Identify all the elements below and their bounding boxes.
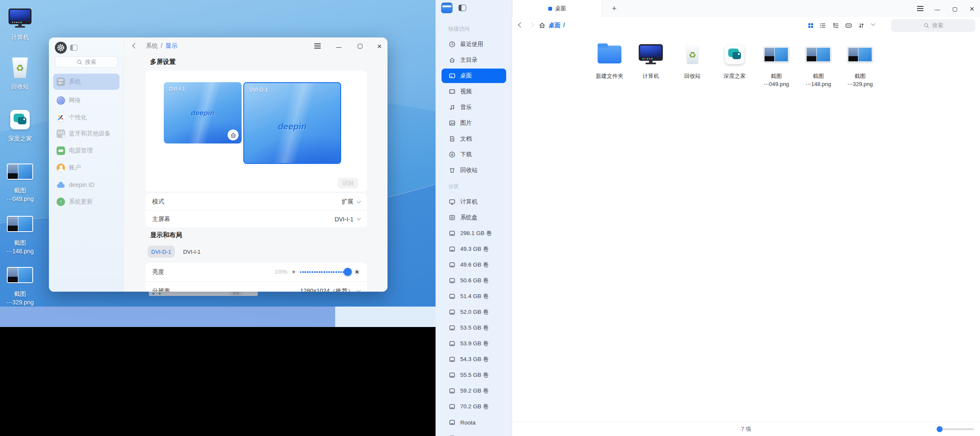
- list-view-button[interactable]: [819, 22, 826, 29]
- sidebar-item-system-update[interactable]: ↑ 系统更新: [53, 195, 120, 208]
- control-center-main: 系统 / 显示 × 多屏设置 DVI-I-1 deepin DVI-D: [124, 37, 387, 292]
- sidebar-item-documents[interactable]: 文档: [442, 132, 506, 146]
- sidebar-item-volume[interactable]: 55.5 GB 卷: [442, 368, 506, 382]
- sidebar-item-roota[interactable]: Roota: [442, 415, 506, 430]
- tab-dvi-i-1[interactable]: DVI-I-1: [178, 246, 205, 258]
- sort-button[interactable]: [858, 22, 865, 29]
- sidebar-item-desktop[interactable]: 桌面: [442, 69, 506, 83]
- sidebar-item-deepin-id[interactable]: deepin ID: [53, 178, 120, 191]
- display-preview-dvi-i-1[interactable]: DVI-I-1 deepin: [164, 82, 242, 143]
- sidebar-toggle-icon[interactable]: [459, 5, 466, 11]
- breadcrumb[interactable]: 桌面 /: [549, 22, 565, 29]
- file-item-screenshot-329[interactable]: 截图⋯329.png: [840, 38, 880, 89]
- sidebar-item-system[interactable]: 系统: [53, 74, 120, 90]
- desktop-icon-screenshot-049[interactable]: 截图 ⋯049.png: [0, 159, 43, 203]
- brightness-low-sun-icon: ☀: [291, 270, 296, 275]
- breadcrumb-current[interactable]: 桌面: [549, 22, 561, 29]
- file-item-screenshot-049[interactable]: 截图⋯049.png: [756, 38, 796, 89]
- back-chevron-icon[interactable]: [518, 22, 524, 28]
- sidebar-item-volume[interactable]: 59.2 GB 卷: [442, 384, 506, 398]
- sidebar-item-trash[interactable]: 回收站: [442, 163, 506, 178]
- primary-display-home-icon: [228, 129, 239, 141]
- sidebar-item-volume[interactable]: 50.6 GB 卷: [442, 273, 506, 288]
- sidebar-item-personalization[interactable]: 个性化: [53, 111, 120, 124]
- system-disk-icon: [449, 214, 456, 221]
- primary-screen-row[interactable]: 主屏幕 DVI-I-1: [145, 210, 367, 227]
- control-center-search-input[interactable]: 搜索: [55, 56, 118, 68]
- desktop-icon-screenshot-148[interactable]: 截图 ⋯148.png: [0, 212, 43, 255]
- monitor-icon: [449, 198, 456, 205]
- chevron-down-icon[interactable]: [871, 22, 875, 26]
- desktop-icon-trash[interactable]: ♻ 回收站: [0, 55, 43, 91]
- maximize-button[interactable]: [356, 42, 364, 50]
- display-preview-dvi-d-1[interactable]: DVI-D-1 deepin: [243, 82, 341, 164]
- mode-row[interactable]: 模式 扩展: [145, 193, 367, 210]
- sidebar-item-computer[interactable]: 计算机: [442, 195, 506, 209]
- desktop-icon-computer[interactable]: 计算机: [0, 6, 43, 42]
- minimize-button[interactable]: [933, 5, 941, 12]
- identify-button[interactable]: 识别: [338, 178, 358, 189]
- icon-size-slider[interactable]: [937, 428, 974, 430]
- close-button[interactable]: ×: [968, 5, 976, 12]
- tab-desktop[interactable]: 桌面: [512, 0, 602, 17]
- sidebar-item-home[interactable]: 主目录: [442, 53, 506, 67]
- sidebar-item-volume[interactable]: 53.5 GB 卷: [442, 321, 506, 335]
- minimize-button[interactable]: [335, 42, 342, 50]
- sidebar-item-network[interactable]: 网络: [53, 94, 120, 107]
- sidebar-item-volume[interactable]: 53.9 GB 卷: [442, 336, 506, 351]
- install-button-partial[interactable]: 安装: [230, 292, 242, 295]
- sidebar-item-volume[interactable]: 51.4 GB 卷: [442, 289, 506, 304]
- forward-chevron-icon[interactable]: [529, 22, 534, 28]
- display-name: DVI-D-1: [249, 87, 268, 93]
- breadcrumb-section[interactable]: 系统: [146, 42, 158, 50]
- desktop-icon-deepin-home[interactable]: 深度之家: [0, 107, 43, 143]
- file-item-computer[interactable]: 计算机: [631, 38, 671, 80]
- chevron-down-icon: [357, 288, 361, 292]
- cloud-icon: [57, 181, 65, 189]
- sidebar-item-volume[interactable]: 54.3 GB 卷: [442, 352, 506, 367]
- sidebar-item-volume[interactable]: 298.1 GB 卷: [442, 226, 506, 241]
- restore-button[interactable]: [951, 5, 959, 12]
- slider-handle[interactable]: [937, 426, 943, 432]
- sidebar-item-volume[interactable]: 49.6 GB 卷: [442, 258, 506, 272]
- brightness-slider[interactable]: [300, 271, 350, 273]
- desktop-icon-label2: ⋯049.png: [6, 195, 34, 202]
- back-chevron-icon[interactable]: [132, 43, 138, 49]
- sidebar-item-downloads[interactable]: 下载: [442, 147, 506, 162]
- sidebar-item-music[interactable]: 音乐: [442, 100, 506, 115]
- menu-button[interactable]: [916, 5, 924, 12]
- hamburger-icon: [314, 43, 321, 49]
- grid-view-button[interactable]: [807, 22, 814, 29]
- close-button[interactable]: ×: [376, 42, 383, 50]
- tab-dvi-d-1[interactable]: DVI-D-1: [148, 246, 175, 258]
- slider-handle[interactable]: [344, 268, 352, 276]
- file-item-deepin-home[interactable]: 深度之家: [715, 38, 755, 80]
- search-input[interactable]: 搜索: [891, 19, 975, 32]
- search-icon: [77, 59, 83, 65]
- tree-view-button[interactable]: [832, 22, 839, 29]
- sidebar-item-volume[interactable]: 70.2 GB 卷: [442, 399, 506, 414]
- sidebar-item-bluetooth-devices[interactable]: 蓝牙和其他设备: [53, 127, 120, 140]
- sidebar-item-accounts[interactable]: 账户: [53, 161, 120, 174]
- sidebar-item-power[interactable]: 电源管理: [53, 144, 120, 157]
- desktop-icon-screenshot-329[interactable]: 截图 ⋯329.png: [0, 263, 43, 307]
- new-tab-button[interactable]: +: [609, 3, 619, 14]
- menu-button[interactable]: [313, 42, 321, 50]
- file-item-new-folder[interactable]: 新建文件夹: [590, 38, 630, 80]
- sidebar-item-pictures[interactable]: 图片: [442, 116, 506, 130]
- breadcrumb[interactable]: 系统 / 显示: [146, 42, 177, 50]
- sidebar-item-system-disk[interactable]: 系统盘: [442, 210, 506, 225]
- home-breadcrumb-icon[interactable]: [538, 22, 546, 29]
- background-window-sliver: 安装: [149, 291, 258, 296]
- sidebar-toggle-icon[interactable]: [70, 45, 77, 51]
- sidebar-item-recent[interactable]: 最近使用: [442, 37, 506, 52]
- resolution-row[interactable]: 分辨率 1280x1024（推荐）: [145, 281, 367, 292]
- sidebar-item-label: 个性化: [69, 114, 87, 121]
- file-item-trash[interactable]: ♻ 回收站: [672, 38, 712, 80]
- sidebar-item-videos[interactable]: 视频: [442, 84, 506, 99]
- sidebar-item-partial[interactable]: [442, 431, 506, 436]
- sidebar-item-volume[interactable]: 52.0 GB 卷: [442, 305, 506, 319]
- sidebar-item-volume[interactable]: 49.3 GB 卷: [442, 242, 506, 256]
- more-options-button[interactable]: [845, 22, 852, 29]
- file-item-screenshot-148[interactable]: 截图⋯148.png: [798, 38, 838, 89]
